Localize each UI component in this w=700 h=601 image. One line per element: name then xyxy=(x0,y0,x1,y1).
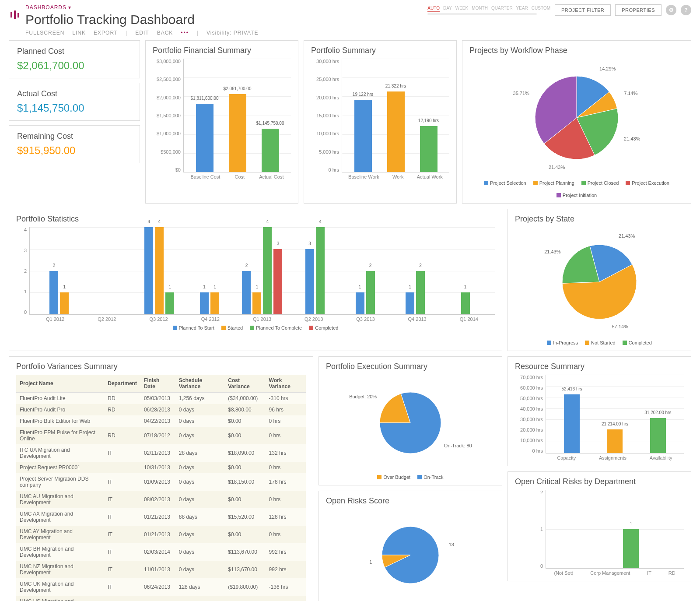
legend-item: On-Track xyxy=(417,474,443,480)
visibility-label: Visibility: PRIVATE xyxy=(206,30,258,36)
legend-item: Completed xyxy=(623,340,652,345)
chart-critical-risks: Open Critical Risks by Department 2101 (… xyxy=(508,471,691,581)
kpi-label: Remaining Cost xyxy=(17,132,132,141)
svg-text:14.29%: 14.29% xyxy=(599,66,616,71)
legend-item: Project Closed xyxy=(581,180,619,186)
pie-chart: 14.29%7.14%21.43%21.43%35.71% xyxy=(504,63,649,172)
table-row[interactable]: FluentPro Bulk Editior for Web04/22/2013… xyxy=(16,415,306,427)
kpi-value: $2,061,700.00 xyxy=(17,60,132,72)
svg-text:1: 1 xyxy=(369,559,372,565)
svg-text:21.43%: 21.43% xyxy=(549,165,565,170)
project-filter-button[interactable]: PROJECT FILTER xyxy=(555,4,611,16)
table-row[interactable]: UMC US Migration and DevelopmentIT07/17/… xyxy=(16,596,306,601)
kpi-value: $1,145,750.00 xyxy=(17,102,132,114)
bar: 1 xyxy=(356,292,364,314)
bar: $1,145,750.00 xyxy=(262,129,279,172)
kpi-planned-cost: Planned Cost $2,061,700.00 xyxy=(9,40,140,78)
bar: 1 xyxy=(210,292,219,314)
table-row[interactable]: UMC AX Migration and DevelopmentIT01/21/… xyxy=(16,508,306,526)
export-link[interactable]: EXPORT xyxy=(94,30,118,36)
svg-text:21.43%: 21.43% xyxy=(619,233,635,239)
legend-item: Not Started xyxy=(585,340,616,345)
bar: 1 xyxy=(623,529,639,569)
svg-rect-1 xyxy=(14,11,16,19)
bar: 2 xyxy=(242,271,251,315)
chart-portfolio-summary: Portfolio Summary 30,000 hrs25,000 hrs20… xyxy=(304,40,457,204)
svg-text:57.14%: 57.14% xyxy=(612,324,628,329)
card-title: Open Risks Score xyxy=(326,496,495,506)
scale-day[interactable]: DAY xyxy=(443,6,452,11)
scale-quarter[interactable]: QUARTER xyxy=(491,6,513,11)
scale-month[interactable]: MONTH xyxy=(472,6,488,11)
pie-chart: 21.43%57.14%21.43% xyxy=(532,232,667,332)
legend-item: Project Initiation xyxy=(556,193,597,198)
time-slider[interactable] xyxy=(427,13,537,15)
card-title: Portfolio Execution Summary xyxy=(326,362,495,371)
table-row[interactable]: UMC AY Migration and DevelopmentIT01/21/… xyxy=(16,526,306,543)
card-title: Portfolio Financial Summary xyxy=(153,46,291,55)
table-row[interactable]: ITC UA Migration and DevelopmentIT02/11/… xyxy=(16,444,306,462)
legend-item: Project Planning xyxy=(533,180,574,186)
back-link[interactable]: BACK xyxy=(157,30,173,36)
legend-item: Started xyxy=(221,325,243,330)
column-header[interactable]: Work Variance xyxy=(266,375,306,393)
svg-text:13: 13 xyxy=(449,542,454,547)
table-row[interactable]: UMC NZ Migration and DevelopmentIT11/01/… xyxy=(16,561,306,578)
column-header[interactable]: Department xyxy=(104,375,140,393)
scale-year[interactable]: YEAR xyxy=(516,6,528,11)
edit-link[interactable]: EDIT xyxy=(135,30,149,36)
table-row[interactable]: FluentPro Audit LiteRD05/03/20131,256 da… xyxy=(16,393,306,404)
column-header[interactable]: Project Name xyxy=(16,375,104,393)
breadcrumb[interactable]: DASHBOARDS xyxy=(25,4,427,11)
svg-text:35.71%: 35.71% xyxy=(513,91,530,96)
table-row[interactable]: UMC AU Migration and DevelopmentIT08/02/… xyxy=(16,491,306,508)
svg-text:Over Budget: 20%: Over Budget: 20% xyxy=(349,394,377,399)
kpi-remaining-cost: Remaining Cost $915,950.00 xyxy=(9,125,140,163)
table-row[interactable]: UMC BR Migration and DevelopmentIT02/03/… xyxy=(16,543,306,561)
bar: 4 xyxy=(316,227,325,314)
table-row[interactable]: UMC UK Migration and DevelopmentIT06/24/… xyxy=(16,578,306,596)
pie-chart: Over Budget: 20%On-Track: 80% xyxy=(349,379,472,467)
kpi-label: Planned Cost xyxy=(17,47,132,56)
fullscreen-link[interactable]: FULLSCREEN xyxy=(25,30,64,36)
bar: 12,190 hrs xyxy=(420,126,438,172)
chart-open-risks: Open Risks Score 131 Open Low/Average Ri… xyxy=(318,491,502,601)
bar: 21,214.00 hrs xyxy=(607,429,623,453)
link-link[interactable]: LINK xyxy=(72,30,86,36)
svg-rect-0 xyxy=(10,12,12,18)
bar: 31,202.00 hrs xyxy=(650,418,666,453)
pie-chart: 131 xyxy=(351,513,469,597)
bar: 52,416 hrs xyxy=(564,394,580,453)
app-logo xyxy=(9,9,21,21)
bar: 21,322 hrs xyxy=(387,91,405,172)
bar: 3 xyxy=(305,249,314,314)
bar: 1 xyxy=(165,292,174,314)
bar: $1,811,600.00 xyxy=(196,104,214,172)
kpi-value: $915,950.00 xyxy=(17,144,132,157)
more-menu[interactable]: ••• xyxy=(181,30,189,36)
bar: 1 xyxy=(60,292,69,314)
scale-auto[interactable]: AUTO xyxy=(427,6,440,12)
gear-icon[interactable]: ⚙ xyxy=(666,5,676,15)
legend-item: Project Execution xyxy=(626,180,669,186)
table-row[interactable]: FluentPro EPM Pulse for Project OnlineRD… xyxy=(16,427,306,444)
chart-resource-summary: Resource Summary 70,000 hrs60,000 hrs50,… xyxy=(508,356,691,466)
table-row[interactable]: Project Request PR0000110/31/20130 days$… xyxy=(16,462,306,473)
bar: 19,122 hrs xyxy=(354,100,372,172)
time-scale-selector[interactable]: AUTODAYWEEKMONTHQUARTERYEARCUSTOM xyxy=(427,6,550,12)
scale-custom[interactable]: CUSTOM xyxy=(532,6,550,11)
column-header[interactable]: Schedule Variance xyxy=(175,375,224,393)
column-header[interactable]: Cost Variance xyxy=(224,375,265,393)
table-row[interactable]: Project Server Migration DDS companyIT01… xyxy=(16,473,306,491)
scale-week[interactable]: WEEK xyxy=(455,6,468,11)
help-icon[interactable]: ? xyxy=(681,5,691,15)
chart-workflow-phase: Projects by Workflow Phase 14.29%7.14%21… xyxy=(462,40,691,204)
table-row[interactable]: FluentPro Audit ProRD06/28/20130 days$8,… xyxy=(16,404,306,415)
page-title: Portfolio Tracking Dashboard xyxy=(25,12,427,27)
table-variances: Portfolio Variances Summary Project Name… xyxy=(9,356,313,601)
bar: 1 xyxy=(252,292,261,314)
column-header[interactable]: Finish Date xyxy=(140,375,175,393)
properties-button[interactable]: PROPERTIES xyxy=(615,4,662,16)
bar: 1 xyxy=(200,292,209,314)
bar: 4 xyxy=(263,227,272,314)
